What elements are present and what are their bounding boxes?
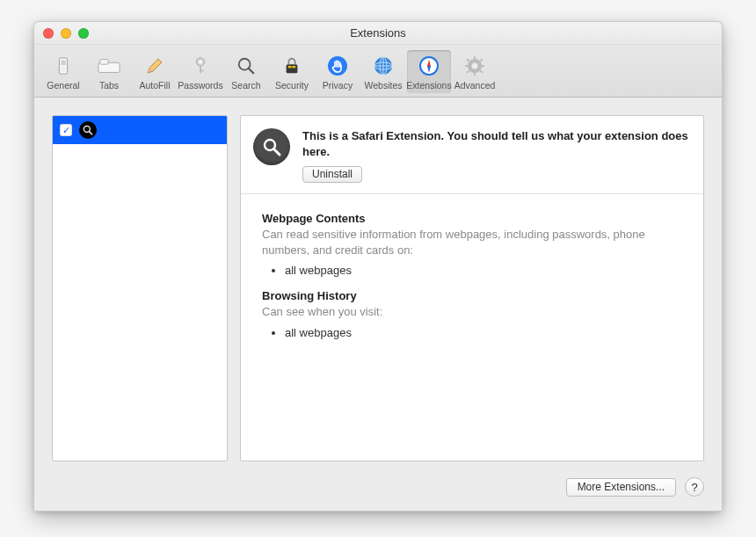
tab-label: General: [47, 80, 79, 91]
tab-autofill[interactable]: AutoFill: [133, 50, 177, 93]
section-list: all webpages: [262, 326, 686, 339]
traffic-lights: [43, 28, 89, 39]
svg-rect-1: [61, 61, 66, 66]
tabs-icon: [96, 54, 122, 78]
tab-advanced[interactable]: Advanced: [453, 50, 497, 93]
svg-rect-29: [481, 65, 484, 67]
tab-passwords[interactable]: Passwords: [178, 50, 222, 93]
extension-enabled-checkbox[interactable]: ✓: [60, 124, 72, 136]
svg-rect-26: [474, 56, 476, 60]
tab-search[interactable]: Search: [224, 50, 268, 93]
tab-label: Advanced: [454, 80, 496, 91]
tab-label: Passwords: [178, 80, 222, 91]
section-subtitle: Can read sensitive information from webp…: [262, 227, 686, 258]
list-item: all webpages: [285, 264, 686, 277]
svg-rect-8: [200, 70, 204, 72]
svg-line-35: [89, 131, 91, 134]
more-extensions-button[interactable]: More Extensions...: [566, 478, 676, 497]
extension-detail-panel: This is a Safari Extension. You should t…: [240, 115, 704, 461]
tab-label: Privacy: [323, 80, 353, 91]
permissions-area: Webpage Contents Can read sensitive info…: [241, 194, 703, 360]
tab-label: Tabs: [99, 80, 119, 91]
footer: More Extensions... ?: [34, 470, 722, 511]
hand-icon: [324, 54, 351, 78]
extension-large-icon: [253, 128, 290, 165]
svg-line-37: [274, 149, 280, 156]
svg-rect-27: [474, 72, 476, 76]
lock-icon: [279, 54, 305, 78]
extension-list-item[interactable]: ✓: [53, 116, 227, 144]
extensions-list: ✓: [52, 115, 228, 461]
tab-tabs[interactable]: Tabs: [87, 50, 131, 93]
tab-websites[interactable]: Websites: [361, 50, 405, 93]
minimize-window-button[interactable]: [61, 28, 71, 39]
svg-rect-4: [100, 60, 108, 65]
extension-description: This is a Safari Extension. You should t…: [302, 128, 691, 159]
window-body: ✓ This is a Safari Extension. You should…: [34, 98, 722, 511]
section-title: Browsing History: [262, 289, 686, 302]
titlebar: Extensions: [34, 22, 722, 45]
pencil-icon: [142, 54, 168, 78]
tab-label: Search: [231, 80, 260, 91]
switch-icon: [50, 54, 76, 78]
uninstall-button[interactable]: Uninstall: [302, 166, 362, 183]
section-list: all webpages: [262, 264, 686, 277]
key-icon: [187, 54, 214, 78]
tab-label: Security: [275, 80, 309, 91]
tab-label: AutoFill: [139, 80, 170, 91]
svg-point-6: [199, 61, 202, 64]
tab-general[interactable]: General: [41, 50, 85, 93]
zoom-window-button[interactable]: [78, 28, 89, 39]
preferences-toolbar: General Tabs AutoFill Passwords Search: [34, 45, 722, 98]
section-subtitle: Can see when you visit:: [262, 304, 686, 320]
gear-icon: [462, 54, 488, 78]
svg-rect-7: [200, 65, 201, 73]
svg-rect-12: [288, 66, 292, 68]
svg-line-10: [249, 69, 254, 74]
compass-icon: [416, 54, 442, 78]
svg-rect-2: [61, 67, 66, 72]
svg-point-25: [472, 63, 478, 69]
tab-extensions[interactable]: Extensions: [407, 50, 451, 93]
svg-rect-11: [287, 64, 298, 73]
help-button[interactable]: ?: [685, 477, 704, 497]
svg-rect-13: [292, 66, 295, 68]
tab-privacy[interactable]: Privacy: [316, 50, 360, 93]
tab-security[interactable]: Security: [270, 50, 314, 93]
tab-label: Websites: [365, 80, 403, 91]
close-window-button[interactable]: [43, 28, 54, 39]
list-item: all webpages: [285, 326, 686, 339]
svg-rect-28: [465, 65, 469, 67]
preferences-window: Extensions General Tabs AutoFill Passw: [33, 21, 723, 512]
globe-icon: [370, 54, 396, 78]
extension-icon: [79, 121, 97, 139]
section-title: Webpage Contents: [262, 212, 686, 225]
search-icon: [233, 54, 259, 78]
window-title: Extensions: [350, 26, 406, 40]
tab-label: Extensions: [406, 80, 451, 91]
